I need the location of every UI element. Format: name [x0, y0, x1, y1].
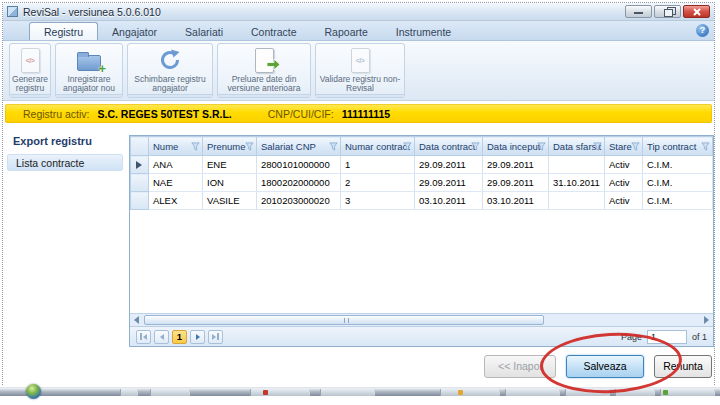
- table-row[interactable]: ALEXVASILE2010203000020303.10.201103.10.…: [131, 192, 713, 210]
- column-header-tip-contract[interactable]: Tip contract: [643, 137, 713, 156]
- ribbon-group-preluare: Preluare date din versiune anterioaraPre…: [217, 43, 311, 98]
- ribbon-button-label: Generare registru: [10, 74, 50, 94]
- column-header-nume[interactable]: Nume: [149, 137, 203, 156]
- page-input[interactable]: [647, 330, 687, 344]
- taskbar-button[interactable]: [120, 389, 138, 396]
- active-registry-bar: Registru activ: S.C. REGES 50TEST S.R.L.…: [5, 104, 712, 123]
- sidebar-heading: Export registru: [13, 135, 127, 147]
- folder-add-icon: +: [69, 46, 109, 74]
- taskbar-button[interactable]: [320, 389, 375, 396]
- column-header-prenume[interactable]: Prenume: [203, 137, 257, 156]
- table-head: NumePrenumeSalariat CNPNumar contractDat…: [131, 137, 713, 156]
- minimize-icon[interactable]: [625, 5, 652, 18]
- current-page[interactable]: 1: [172, 330, 187, 344]
- page-of-label: of 1: [692, 332, 707, 342]
- table-row[interactable]: NAEION1800202000000229.09.201129.09.2011…: [131, 174, 713, 192]
- footer-buttons: << Inapoi Salveaza Renunta: [484, 355, 712, 378]
- back-button[interactable]: << Inapoi: [484, 355, 556, 378]
- taskbar-button[interactable]: [440, 389, 500, 396]
- cell: 2010203000020: [257, 192, 341, 210]
- column-header-data-inceput[interactable]: Data inceput: [483, 137, 549, 156]
- next-page-icon[interactable]: [190, 330, 205, 344]
- ribbon-group-caption: Preluare: [218, 94, 310, 98]
- taskbar-button[interactable]: [565, 389, 610, 396]
- help-icon[interactable]: ?: [696, 24, 709, 37]
- start-button-icon[interactable]: [26, 384, 41, 399]
- horizontal-scrollbar[interactable]: [130, 313, 713, 326]
- row-selector-cell[interactable]: [131, 174, 149, 192]
- tab-rapoarte[interactable]: Rapoarte: [311, 23, 382, 40]
- column-header-data-sfarsit[interactable]: Data sfarsit: [549, 137, 605, 156]
- ribbon-group-caption: Inregistrare: [56, 94, 122, 98]
- cell: 3: [341, 192, 415, 210]
- row-selector-header: [131, 137, 149, 156]
- tab-angajator[interactable]: Angajator: [98, 23, 171, 40]
- cell: Activ: [605, 174, 643, 192]
- ribbon-button-preluare[interactable]: Preluare date din versiune anterioara: [218, 44, 310, 94]
- cell: Activ: [605, 192, 643, 210]
- ribbon-button-inregistrare[interactable]: +Inregistrare angajator nou: [56, 44, 122, 94]
- row-selector-cell[interactable]: [131, 192, 149, 210]
- column-header-salariat-cnp[interactable]: Salariat CNP: [257, 137, 341, 156]
- prev-page-icon[interactable]: [154, 330, 169, 344]
- cell: ION: [203, 174, 257, 192]
- scroll-right-icon[interactable]: [704, 316, 709, 324]
- taskbar-button[interactable]: [150, 389, 190, 396]
- taskbar[interactable]: [0, 387, 720, 396]
- pager-buttons: 1: [136, 330, 223, 344]
- cell: 1: [341, 156, 415, 174]
- ribbon-button-validare[interactable]: </>Validare registru non-Revisal: [316, 44, 404, 94]
- first-page-icon[interactable]: [136, 330, 151, 344]
- cell: 29.09.2011: [483, 156, 549, 174]
- taskbar-app-icon: [663, 390, 668, 395]
- restore-icon[interactable]: [654, 5, 681, 18]
- taskbar-button[interactable]: [660, 389, 715, 396]
- cell: 2: [341, 174, 415, 192]
- cell: VASILE: [203, 192, 257, 210]
- table-row[interactable]: ANAENE2800101000000129.09.201129.09.2011…: [131, 156, 713, 174]
- table-body: ANAENE2800101000000129.09.201129.09.2011…: [131, 156, 713, 210]
- scrollbar-thumb[interactable]: [144, 315, 544, 325]
- ribbon-tab-strip: RegistruAngajatorSalariatiContracteRapoa…: [3, 21, 714, 41]
- tab-instrumente[interactable]: Instrumente: [382, 23, 465, 40]
- company-name: S.C. REGES 50TEST S.R.L.: [98, 108, 232, 120]
- row-selector-cell[interactable]: [131, 156, 149, 174]
- taskbar-app-icon: [458, 390, 463, 395]
- ribbon-group-export: </>Generare registruExport: [9, 43, 51, 98]
- tab-salariati[interactable]: Salariati: [171, 23, 237, 40]
- ribbon-group-caption: Export: [10, 94, 50, 98]
- cell: ALEX: [149, 192, 203, 210]
- cell: 1800202000000: [257, 174, 341, 192]
- scroll-left-icon[interactable]: [134, 316, 139, 324]
- taskbar-button[interactable]: [250, 389, 310, 396]
- taskbar-app-icon: [263, 390, 268, 395]
- sidebar-item-lista-contracte[interactable]: Lista contracte: [7, 154, 123, 171]
- column-header-data-contract[interactable]: Data contract: [415, 137, 483, 156]
- header-row: NumePrenumeSalariat CNPNumar contractDat…: [131, 137, 713, 156]
- cell: 2800101000000: [257, 156, 341, 174]
- sidebar: Export registru Lista contracte: [3, 123, 127, 385]
- cell: 03.10.2011: [415, 192, 483, 210]
- cell: 03.10.2011: [483, 192, 549, 210]
- title-bar: ReviSal - versiunea 5.0.6.010: [3, 3, 714, 21]
- ribbon-button-selectie[interactable]: Schimbare registru angajator: [128, 44, 212, 94]
- column-header-stare[interactable]: Stare: [605, 137, 643, 156]
- taskbar-button[interactable]: [505, 389, 560, 396]
- cell: ANA: [149, 156, 203, 174]
- ribbon-group-caption: Selectie: [128, 94, 212, 98]
- cancel-button[interactable]: Renunta: [654, 355, 712, 378]
- current-row-arrow-icon: [136, 161, 142, 169]
- ribbon-button-export[interactable]: </>Generare registru: [10, 44, 50, 94]
- grid-empty-area: [130, 210, 713, 313]
- tab-contracte[interactable]: Contracte: [237, 23, 311, 40]
- pager-page-box: Page of 1: [621, 330, 707, 344]
- save-button[interactable]: Salveaza: [566, 355, 644, 378]
- ribbon-group-selectie: Schimbare registru angajatorSelectie: [127, 43, 213, 98]
- taskbar-button[interactable]: [615, 389, 655, 396]
- contracts-grid: NumePrenumeSalariat CNPNumar contractDat…: [129, 135, 714, 347]
- close-icon[interactable]: [683, 5, 710, 18]
- tab-registru[interactable]: Registru: [29, 22, 98, 40]
- cell: C.I.M.: [643, 174, 713, 192]
- last-page-icon[interactable]: [208, 330, 223, 344]
- column-header-numar-contract[interactable]: Numar contract: [341, 137, 415, 156]
